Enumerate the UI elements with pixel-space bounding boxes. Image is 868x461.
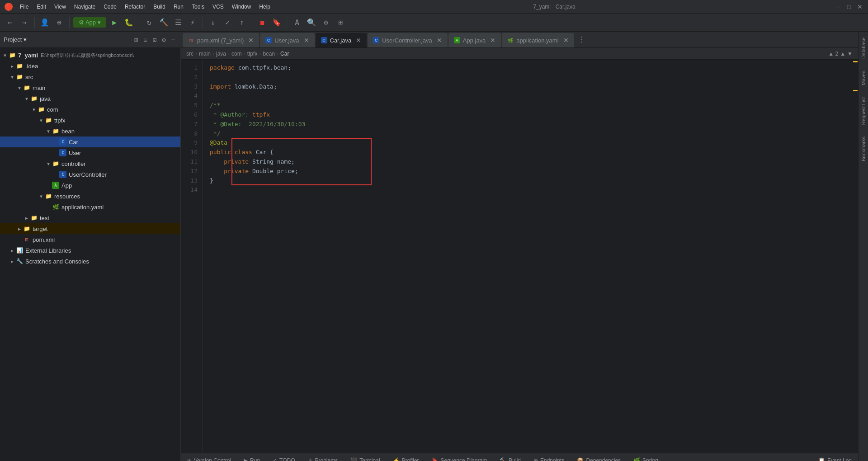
menu-file[interactable]: File [16, 3, 32, 11]
event-log-tab[interactable]: 📋 Event Log [816, 456, 854, 461]
git-commit-icon[interactable]: ✓ [221, 16, 234, 29]
debug-icon[interactable]: 🐛 [123, 16, 135, 29]
stop-icon[interactable]: ◼ [256, 16, 269, 29]
build-icon[interactable]: 🔨 [157, 16, 170, 29]
coverage-icon[interactable]: ☰ [172, 16, 184, 29]
bookmarks-tab[interactable]: Bookmarks [859, 133, 868, 165]
menu-help[interactable]: Help [255, 3, 274, 11]
menu-navigate[interactable]: Navigate [71, 3, 99, 11]
tree-item-main[interactable]: ▼ 📁 main [0, 82, 180, 93]
endpoints-tab[interactable]: ⊕ Endpoints [531, 456, 567, 461]
tab-app-java[interactable]: A App.java ✕ [448, 33, 501, 47]
tree-item-resources[interactable]: ▼ 📁 resources [0, 191, 180, 202]
tree-item-usercontroller[interactable]: ▶ C UserController [0, 169, 180, 180]
dependencies-tab[interactable]: 📦 Dependencies [574, 456, 623, 461]
breadcrumb-bean[interactable]: bean [263, 51, 275, 57]
car-tab-close[interactable]: ✕ [356, 37, 361, 44]
yaml-tab-close[interactable]: ✕ [563, 37, 569, 44]
version-control-tab[interactable]: ⊞ Version Control [184, 456, 234, 461]
sequence-tab[interactable]: 🔖 Sequence Diagram [429, 456, 490, 461]
tabs-more-button[interactable]: ⋮ [575, 35, 588, 44]
uc-tab-close[interactable]: ✕ [437, 37, 442, 44]
settings-button[interactable]: ⚙ [160, 35, 167, 44]
run-icon[interactable]: ▶ [108, 16, 121, 29]
tab-car-java[interactable]: C Car.java ✕ [316, 33, 367, 47]
spring-tab[interactable]: 🌿 Spring [631, 456, 661, 461]
request-list-tab[interactable]: Request List [859, 94, 868, 128]
plugins-icon[interactable]: ⊞ [334, 16, 347, 29]
user-tab-close[interactable]: ✕ [304, 37, 309, 44]
maven-tab[interactable]: Maven [859, 67, 868, 89]
git-push-icon[interactable]: ↑ [236, 16, 248, 29]
error-nav-up[interactable]: ▲ [840, 51, 845, 57]
bookmark-icon[interactable]: 🔖 [270, 16, 283, 29]
tree-item-extlibs[interactable]: ▶ 📊 External Libraries [0, 245, 180, 256]
tab-usercontroller-java[interactable]: C UserController.java ✕ [368, 33, 448, 47]
hide-button[interactable]: ─ [170, 35, 177, 44]
menu-build[interactable]: Build [150, 3, 169, 11]
breadcrumb-main[interactable]: main [199, 51, 211, 57]
breadcrumb-ttpfx[interactable]: ttpfx [247, 51, 258, 57]
breadcrumb-src[interactable]: src [186, 51, 193, 57]
tab-application-yaml[interactable]: 🌿 application.yaml ✕ [502, 33, 574, 47]
tree-item-target[interactable]: ▶ 📁 target [0, 223, 180, 234]
expand-all-button[interactable]: ⊞ [132, 35, 140, 44]
editor-scrollbar[interactable] [852, 60, 858, 453]
tab-pom-xml[interactable]: m pom.xml (7_yaml) ✕ [183, 33, 259, 47]
todo-tab[interactable]: ✓ TODO [270, 456, 297, 461]
minimize-button[interactable]: ─ [835, 3, 842, 10]
menu-window[interactable]: Window [228, 3, 255, 11]
build-tab[interactable]: 🔨 Build [497, 456, 524, 461]
database-tab[interactable]: Database [859, 34, 868, 62]
run-debug-config[interactable]: 👤 [38, 16, 51, 29]
search-icon[interactable]: 🔍 [305, 16, 318, 29]
tree-item-test[interactable]: ▶ 📁 test [0, 212, 180, 223]
tree-item-controller[interactable]: ▼ 📁 controller [0, 158, 180, 169]
tree-item-src[interactable]: ▼ 📁 src [0, 71, 180, 82]
tree-root[interactable]: ▼ 📁 7_yaml E:\hsp培训\分布式微服务\springboot\cs… [0, 50, 180, 61]
profiler-icon[interactable]: ⚡ [186, 16, 199, 29]
tree-item-pom[interactable]: ▶ m pom.xml [0, 234, 180, 245]
tree-item-scratches[interactable]: ▶ 🔧 Scratches and Consoles [0, 256, 180, 267]
tree-item-bean[interactable]: ▼ 📁 bean [0, 126, 180, 136]
forward-icon[interactable]: → [18, 16, 31, 29]
restore-button[interactable]: □ [845, 3, 853, 10]
close-button[interactable]: ✕ [856, 3, 863, 10]
menu-vcs[interactable]: VCS [209, 3, 227, 11]
breadcrumb-com[interactable]: com [231, 51, 242, 57]
menu-run[interactable]: Run [170, 3, 187, 11]
tab-user-java[interactable]: C User.java ✕ [260, 33, 314, 47]
menu-view[interactable]: View [51, 3, 70, 11]
tree-item-ttpfx[interactable]: ▼ 📁 ttpfx [0, 115, 180, 126]
app-tab-close[interactable]: ✕ [490, 37, 495, 44]
tree-item-app[interactable]: ▶ A App [0, 180, 180, 191]
scope-button[interactable]: ⊡ [151, 35, 158, 44]
tree-item-java[interactable]: ▼ 📁 java [0, 93, 180, 104]
tree-item-car[interactable]: ▶ C Car [0, 136, 180, 147]
run-button[interactable]: ⚙ App ▾ [73, 17, 106, 28]
run-tab[interactable]: ▶ Run [241, 456, 263, 461]
pom-tab-close[interactable]: ✕ [248, 37, 254, 44]
run-dropdown-icon[interactable]: ▾ [98, 19, 101, 26]
problems-tab[interactable]: ⚠ Problems [305, 456, 341, 461]
breadcrumb-java[interactable]: java [216, 51, 226, 57]
refresh-icon[interactable]: ↻ [143, 16, 156, 29]
tree-item-com[interactable]: ▼ 📁 com [0, 104, 180, 115]
tree-item-user[interactable]: ▶ C User [0, 147, 180, 158]
menu-code[interactable]: Code [100, 3, 120, 11]
settings-icon[interactable]: ⚙ [320, 16, 332, 29]
breadcrumb-car[interactable]: Car [280, 51, 289, 57]
error-nav-down[interactable]: ▼ [847, 51, 853, 57]
translate-icon[interactable]: A [291, 16, 303, 29]
back-icon[interactable]: ← [4, 16, 16, 29]
git-update-icon[interactable]: ↓ [207, 16, 219, 29]
code-content[interactable]: package com.ttpfx.bean; import lombok.Da… [203, 60, 852, 453]
vcs-icon[interactable]: ⊕ [53, 16, 66, 29]
collapse-all-button[interactable]: ≡ [142, 35, 149, 44]
terminal-tab[interactable]: ⬛ Terminal [348, 456, 382, 461]
menu-edit[interactable]: Edit [33, 3, 50, 11]
menu-refactor[interactable]: Refactor [121, 3, 149, 11]
tree-item-idea[interactable]: ▶ 📁 .idea [0, 61, 180, 71]
menu-tools[interactable]: Tools [188, 3, 208, 11]
tree-item-yaml[interactable]: ▶ 🌿 application.yaml [0, 202, 180, 212]
